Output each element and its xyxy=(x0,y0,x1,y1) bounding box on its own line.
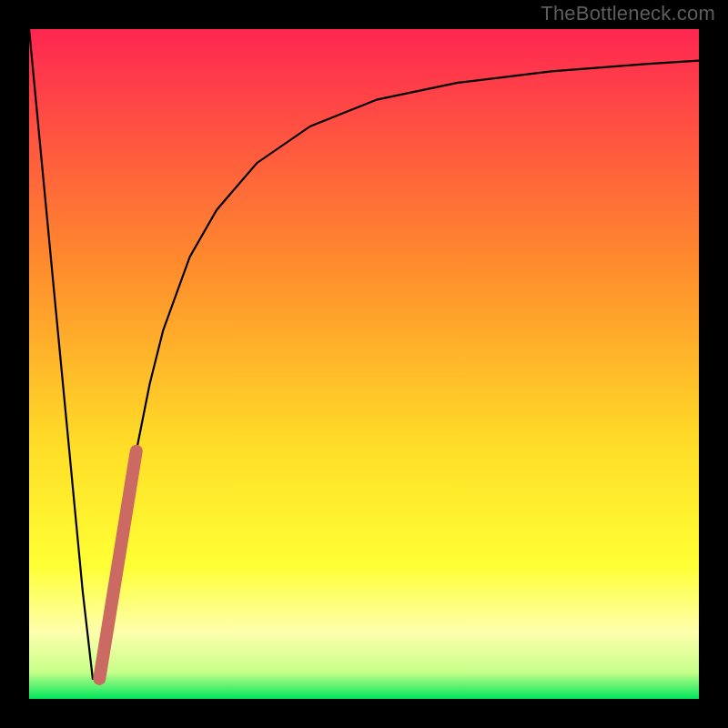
chart-area xyxy=(29,29,699,699)
attribution-text: TheBottleneck.com xyxy=(541,2,715,25)
chart-svg xyxy=(29,29,699,699)
outer-frame: TheBottleneck.com xyxy=(0,0,728,728)
gradient-background xyxy=(29,29,699,699)
